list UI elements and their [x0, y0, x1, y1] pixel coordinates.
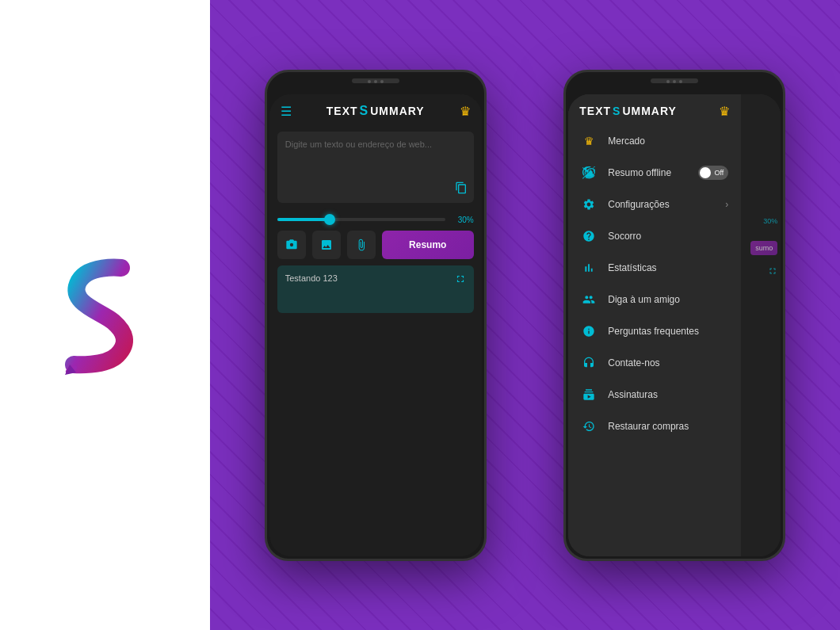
drawer-label-estatisticas: Estatísticas — [608, 262, 728, 273]
restore-icon — [581, 418, 597, 434]
toggle-off-switch[interactable]: Off — [698, 166, 728, 180]
title-text-suffix: UMMARY — [370, 105, 424, 117]
phone-screen-1: ☰ TEXT S UMMARY ♛ Digite um texto ou end… — [269, 94, 482, 556]
drawer-item-contact[interactable]: Contate-nos — [568, 347, 741, 379]
drawer-label-mercado: Mercado — [608, 136, 728, 147]
copy-icon[interactable] — [455, 181, 468, 197]
drawer-label-configuracoes: Configurações — [608, 199, 714, 210]
help-icon — [581, 228, 597, 244]
phone-mockup-2: 30% sumo TEXT S UMMARY ♛ — [563, 70, 785, 561]
drawer-label-assinaturas: Assinaturas — [608, 389, 728, 400]
drawer-label-faq: Perguntas frequentes — [608, 326, 728, 337]
drawer-item-amigo[interactable]: Diga à um amigo — [568, 284, 741, 315]
drawer-item-restore[interactable]: Restaurar compras — [568, 410, 741, 442]
drawer-title-s: S — [613, 105, 620, 117]
bg-percent: 30% — [763, 217, 777, 225]
bg-resumo-btn: sumo — [750, 241, 777, 255]
app-header-1: ☰ TEXT S UMMARY ♛ — [269, 94, 482, 125]
premium-crown-icon[interactable]: ♛ — [460, 104, 471, 119]
right-panel: ☰ TEXT S UMMARY ♛ Digite um texto ou end… — [210, 0, 840, 630]
info-icon — [581, 323, 597, 339]
drawer-title-suffix: UMMARY — [622, 105, 676, 117]
settings-icon — [581, 197, 597, 212]
attach-button[interactable] — [347, 231, 376, 259]
expand-icon[interactable] — [455, 273, 466, 287]
phone-mockup-1: ☰ TEXT S UMMARY ♛ Digite um texto ou end… — [265, 70, 487, 561]
drawer-title: TEXT S UMMARY — [579, 105, 677, 117]
crown-menu-icon: ♛ — [581, 133, 597, 149]
bar-chart-icon — [581, 260, 597, 276]
action-buttons: Resumo — [269, 227, 482, 265]
menu-icon[interactable]: ☰ — [281, 104, 292, 119]
camera-button[interactable] — [277, 231, 306, 259]
text-input-area[interactable]: Digite um texto ou endereço de web... — [277, 132, 474, 203]
text-placeholder: Digite um texto ou endereço de web... — [285, 139, 466, 149]
drawer-label-resumo-offline: Resumo offline — [608, 167, 687, 178]
left-panel — [0, 0, 210, 630]
drawer-label-contact: Contate-nos — [608, 357, 728, 368]
drawer-label-restore: Restaurar compras — [608, 421, 728, 432]
configuracoes-chevron: › — [725, 199, 728, 210]
people-icon — [581, 292, 597, 307]
drawer-item-estatisticas[interactable]: Estatísticas — [568, 252, 741, 284]
toggle-dot — [700, 167, 711, 178]
slider-track[interactable] — [277, 218, 445, 221]
drawer-item-mercado[interactable]: ♛ Mercado — [568, 125, 741, 157]
drawer-crown-icon[interactable]: ♛ — [719, 104, 730, 119]
wifi-off-icon — [581, 165, 597, 181]
offline-toggle[interactable]: Off — [698, 166, 728, 180]
drawer-label-amigo: Diga à um amigo — [608, 294, 728, 305]
headset-icon — [581, 355, 597, 371]
resumo-button[interactable]: Resumo — [382, 231, 474, 259]
output-area: Testando 123 — [277, 265, 474, 313]
app-title-1: TEXT S UMMARY — [326, 104, 425, 118]
drawer-item-resumo-offline[interactable]: Resumo offline Off — [568, 157, 741, 189]
drawer-item-assinaturas[interactable]: Assinaturas — [568, 379, 741, 410]
navigation-drawer: TEXT S UMMARY ♛ ♛ Mercado — [568, 94, 741, 556]
subscriptions-icon — [581, 387, 597, 403]
slider-thumb[interactable] — [324, 214, 335, 225]
slider-percent: 30% — [452, 216, 474, 224]
slider-fill — [277, 218, 328, 221]
drawer-header: TEXT S UMMARY ♛ — [568, 94, 741, 125]
phone-speaker — [368, 80, 384, 83]
phone-screen-2: 30% sumo TEXT S UMMARY ♛ — [568, 94, 781, 556]
toggle-label: Off — [714, 169, 724, 177]
drawer-item-configuracoes[interactable]: Configurações › — [568, 189, 741, 220]
slider-section: 30% — [269, 209, 482, 227]
output-text: Testando 123 — [285, 273, 338, 283]
image-button[interactable] — [312, 231, 341, 259]
drawer-item-faq[interactable]: Perguntas frequentes — [568, 315, 741, 347]
drawer-label-socorro: Socorro — [608, 231, 728, 242]
phone-speaker-2 — [666, 80, 682, 83]
drawer-title-prefix: TEXT — [579, 105, 611, 117]
chevron-icon: › — [725, 199, 728, 210]
title-s: S — [360, 104, 369, 118]
app-logo — [54, 252, 157, 379]
bg-phone-content: 30% sumo — [737, 94, 781, 556]
title-text-prefix: TEXT — [326, 105, 358, 117]
drawer-item-socorro[interactable]: Socorro — [568, 220, 741, 252]
bg-expand — [768, 265, 777, 279]
